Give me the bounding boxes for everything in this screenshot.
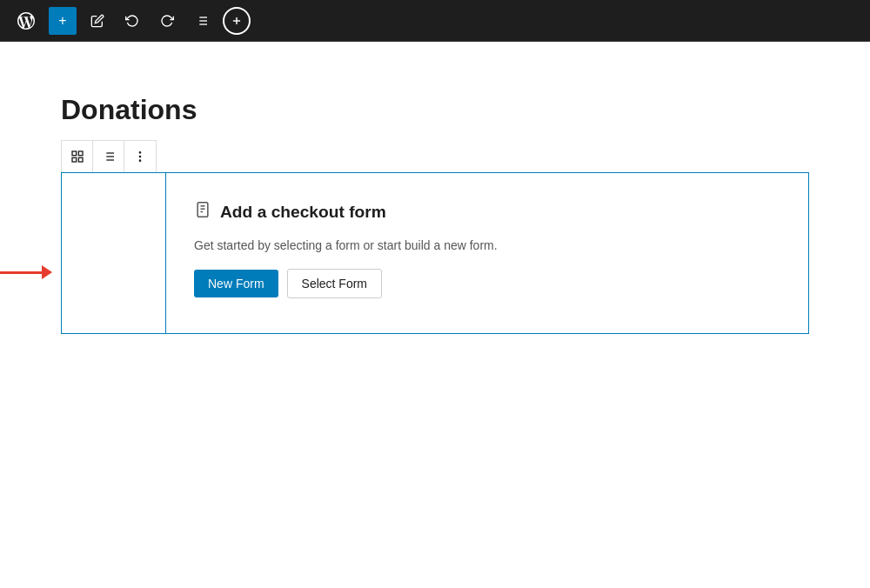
checkout-block-content: Add a checkout form Get started by selec… <box>166 173 808 333</box>
checkout-block-wrapper: Add a checkout form Get started by selec… <box>61 172 809 334</box>
block-more-button[interactable] <box>124 141 156 172</box>
undo-button[interactable] <box>118 7 146 35</box>
checkout-block: Add a checkout form Get started by selec… <box>61 172 809 334</box>
svg-rect-21 <box>197 203 208 217</box>
checkout-block-sidebar <box>62 173 166 333</box>
svg-rect-10 <box>72 157 77 162</box>
edit-button[interactable] <box>84 7 111 35</box>
svg-rect-8 <box>72 151 77 156</box>
arrow-annotation <box>0 265 52 279</box>
arrow-shaft <box>0 271 42 274</box>
details-button[interactable] <box>188 7 216 35</box>
select-form-button[interactable]: Select Form <box>287 269 382 298</box>
svg-point-19 <box>139 156 140 157</box>
checkout-block-header: Add a checkout form <box>194 201 780 223</box>
redo-button[interactable] <box>153 7 181 35</box>
block-grid-view-button[interactable] <box>62 141 93 172</box>
editor-area: Donations <box>44 42 826 351</box>
publish-button[interactable] <box>223 7 251 35</box>
add-block-button[interactable]: + <box>49 7 77 35</box>
block-toolbar <box>61 140 157 172</box>
svg-point-20 <box>139 160 140 161</box>
checkout-block-title: Add a checkout form <box>220 203 386 222</box>
checkout-block-actions: New Form Select Form <box>194 269 780 298</box>
svg-point-18 <box>139 152 140 153</box>
svg-rect-11 <box>78 157 83 162</box>
top-toolbar: + <box>0 0 870 42</box>
page-title[interactable]: Donations <box>61 94 809 126</box>
block-list-view-button[interactable] <box>93 141 124 172</box>
new-form-button[interactable]: New Form <box>194 270 278 297</box>
wp-logo[interactable] <box>10 5 42 37</box>
svg-rect-9 <box>78 151 83 156</box>
checkout-block-description: Get started by selecting a form or start… <box>194 237 780 255</box>
arrow-head <box>42 265 52 279</box>
form-icon <box>194 201 211 223</box>
